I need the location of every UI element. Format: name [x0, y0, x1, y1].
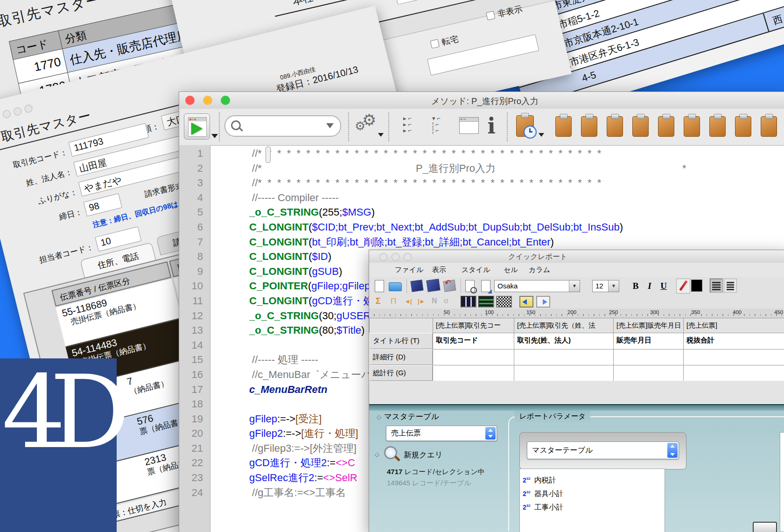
qr-cell[interactable]: 取引先(姓、法人) — [514, 333, 614, 350]
cell-style-button-2[interactable] — [478, 296, 494, 308]
qr-column-header[interactable]: [売上伝票]取引先（姓、法 — [514, 318, 614, 333]
form-field-input[interactable]: 98 — [83, 193, 122, 217]
macro-clipboard-icon[interactable] — [735, 116, 751, 137]
macro-dropdown-arrow[interactable] — [539, 133, 544, 137]
qr-menu-1[interactable]: 表示 — [432, 266, 446, 274]
page-setup-icon[interactable] — [481, 280, 490, 292]
qr-zoom-button[interactable] — [404, 253, 412, 261]
macro-clipboard-icon[interactable] — [658, 116, 674, 137]
qr-menu-3[interactable]: セル — [504, 266, 518, 274]
form-traffic-light-2[interactable] — [13, 106, 22, 116]
code-line[interactable]: C_LONGINT($CID;bt_Prev;bt_Next;bt_AddSub… — [249, 220, 784, 235]
qr-cell[interactable]: 税抜合計 — [683, 333, 784, 350]
qr-minimize-button[interactable] — [392, 253, 399, 261]
checkbox-tentaku[interactable]: 転宅 — [430, 33, 460, 50]
cell-style-button-1[interactable] — [461, 296, 476, 308]
fill-color-swatch[interactable] — [691, 280, 702, 292]
run-dropdown-arrow[interactable] — [211, 134, 218, 138]
code-scroll-marker[interactable] — [266, 147, 271, 163]
qr-cell[interactable] — [613, 349, 684, 365]
qr-row-label[interactable]: 総計行 (G) — [369, 365, 433, 381]
field-list-item[interactable]: 232 内税計 — [520, 472, 665, 485]
params-master-stepper[interactable] — [667, 443, 678, 458]
new-document-icon[interactable] — [375, 280, 384, 292]
master-table-select[interactable]: 売上伝票 — [386, 426, 497, 441]
new-query-button[interactable]: 新規クエリ — [404, 450, 443, 460]
form-traffic-light-1[interactable] — [2, 109, 12, 119]
new-window-icon[interactable] — [459, 117, 479, 134]
code-line[interactable]: _o_C_STRING(255;$MSG) — [249, 205, 784, 220]
qr-menu-0[interactable]: ファイル — [395, 266, 423, 274]
sum-icon[interactable]: Σ — [376, 296, 381, 306]
qr-cell[interactable] — [433, 365, 515, 381]
prev-values-icon[interactable]: ◄( — [405, 298, 412, 305]
gears-dropdown-arrow[interactable] — [378, 133, 384, 137]
macro-clipboard-icon[interactable] — [555, 116, 572, 137]
macro-clipboard-icon[interactable] — [709, 116, 726, 137]
qr-column-header[interactable]: [売上伝票]販売年月日 — [613, 318, 684, 333]
macro-clipboard-icon[interactable] — [581, 116, 597, 137]
underline-button[interactable]: U — [658, 280, 670, 292]
info-icon[interactable]: i — [485, 113, 497, 139]
qr-cell[interactable]: 販売年月日 — [613, 333, 684, 350]
expand-all-icon[interactable]: ▸ ⌐ ▸ ⌐ ▸ ⌐ — [403, 115, 420, 137]
form-traffic-light-3[interactable] — [24, 104, 34, 114]
master-table-disclosure-icon[interactable]: ◇ — [377, 413, 381, 420]
field-list[interactable]: 232 内税計232 器具小計232 工事小計 — [519, 469, 665, 532]
search-dropdown-arrow[interactable] — [326, 123, 334, 128]
macro-clipboard-icon[interactable] — [761, 116, 777, 137]
qr-menu-4[interactable]: カラム — [529, 266, 550, 274]
run-method-button[interactable] — [184, 113, 210, 140]
qr-menu-2[interactable]: スタイル — [462, 266, 490, 274]
collapse-all-icon[interactable]: ▾ ⌐ ¦ ⌐ ¦ ⌐ — [432, 115, 449, 137]
column-insert-button[interactable] — [519, 296, 533, 308]
master-table-stepper[interactable] — [485, 427, 496, 440]
repeat-icon[interactable]: Π — [391, 297, 396, 306]
save-icon[interactable] — [411, 280, 424, 292]
tentaku-checkbox-box[interactable] — [430, 39, 440, 49]
macro-clipboard-icon[interactable] — [632, 116, 649, 137]
print-preview-icon[interactable] — [465, 280, 475, 292]
code-line[interactable]: //* * * * * * * * * * * * * * * * * * * … — [249, 146, 784, 161]
small-corner-button[interactable] — [753, 522, 777, 532]
count-icon[interactable]: N — [432, 297, 437, 305]
save-as-icon[interactable] — [426, 279, 440, 292]
qr-titlebar[interactable]: クイックレポート — [369, 250, 784, 263]
field-list-item[interactable]: 232 工事小計 — [520, 499, 665, 512]
qr-close-button[interactable] — [379, 253, 387, 261]
font-name-select[interactable]: Osaka▼ — [494, 280, 580, 292]
stddev-icon[interactable]: σ — [444, 297, 448, 305]
qr-column-header[interactable]: [売上伝票]取引先コー — [433, 318, 515, 333]
qr-cell[interactable] — [683, 365, 784, 381]
bold-button[interactable]: B — [630, 280, 642, 292]
next-values-icon[interactable]: )► — [418, 298, 425, 305]
method-properties-gears-icon[interactable]: ⚙ ⚙ — [354, 111, 383, 140]
font-size-select[interactable]: 12▼ — [592, 280, 619, 292]
macro-clipboard-icon[interactable] — [607, 116, 623, 137]
macro-clipboard-icon[interactable] — [684, 116, 700, 137]
cell-style-button-3[interactable] — [496, 296, 512, 308]
qr-row-label[interactable]: タイトル行 (T) — [369, 333, 433, 350]
method-titlebar[interactable]: メソッド: P_進行別Pro入力 — [179, 92, 784, 109]
code-line[interactable]: //* * * * * * * * * * * * * * * * * * * … — [249, 175, 784, 190]
code-line[interactable]: C_LONGINT(bt_印刷;bt_削除;bt_登録;bt_詳細;bt_Can… — [249, 235, 784, 250]
align-left-button[interactable] — [710, 279, 723, 293]
qr-cell[interactable] — [514, 349, 614, 365]
qr-cell[interactable] — [683, 349, 784, 365]
hihyoji-checkbox-box[interactable] — [486, 11, 495, 20]
font-name-arrow[interactable]: ▼ — [569, 280, 580, 292]
open-folder-icon[interactable] — [389, 282, 402, 291]
italic-button[interactable]: I — [644, 280, 656, 292]
align-center-button[interactable] — [724, 279, 737, 293]
qr-column-header[interactable]: [売上伝票] — [683, 318, 784, 333]
code-line[interactable]: //----- Compiler ----- — [249, 190, 784, 205]
pen-color-button[interactable] — [676, 279, 690, 294]
column-move-button[interactable] — [536, 296, 550, 308]
qr-cell[interactable]: 取引先コード — [433, 333, 515, 350]
code-line[interactable]: //*P_進行別Pro入力* — [249, 161, 784, 176]
new-query-disclosure-icon[interactable]: ◇ — [375, 451, 379, 458]
params-master-select[interactable]: マスターテーブル — [527, 441, 679, 459]
qr-cell[interactable] — [514, 365, 614, 381]
revert-icon[interactable]: ↶ — [443, 280, 456, 292]
qr-cell[interactable] — [613, 365, 684, 381]
